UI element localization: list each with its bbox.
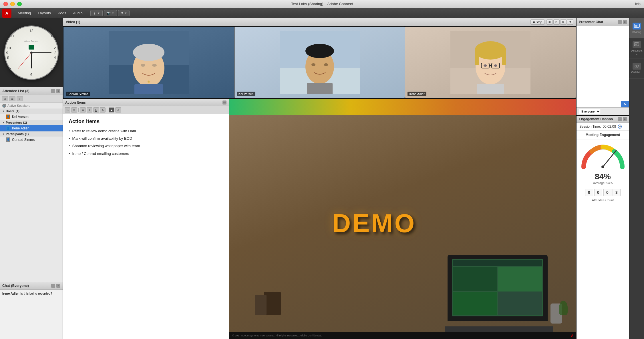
bullets-tool[interactable]: •≡ (115, 107, 121, 113)
attendee-minimize-icon[interactable]: — (51, 89, 55, 93)
stop-label: Stop (536, 20, 542, 24)
presenters-group-header[interactable]: ▼ Presenters (1) (0, 120, 63, 125)
slide-header-bar (229, 99, 576, 115)
clock-logo-icon (29, 45, 34, 50)
meeting-menu[interactable]: Meeting (15, 10, 34, 16)
pods-menu[interactable]: Pods (55, 10, 69, 16)
irene-adler-avatar: 👤 (6, 126, 10, 131)
layouts-menu[interactable]: Layouts (35, 10, 54, 16)
time-refresh-icon[interactable]: ↻ (618, 125, 622, 129)
list-tool[interactable]: ≡ (71, 107, 77, 113)
attendee-kel-varsen[interactable]: 👤 Kel Varsen (0, 114, 63, 120)
underline-tool[interactable]: U (93, 107, 99, 113)
svg-point-18 (475, 41, 506, 60)
clock-num-2: 2 (54, 46, 56, 50)
window-title: Test Labs (Sharing) – Adobe Connect (291, 2, 353, 6)
attendee-content: 🔊 Active Speakers ▼ Hosts (1) 👤 Kel Vars… (0, 103, 63, 282)
chat-recipient-select[interactable]: Everyone (579, 109, 601, 114)
action-item-1: • Peter to review demo criteria with Dan… (69, 129, 223, 134)
engagement-title: Engagement Dashbo... (579, 117, 616, 121)
presenter-chat-menu-icon[interactable]: ≡ (623, 20, 627, 24)
action-item-2-text: Mark will confirm availability by EOD (72, 136, 132, 141)
bullet-2: • (69, 136, 70, 141)
clock-num-4: 4 (54, 55, 56, 60)
action-items-pod-icons: — (222, 100, 226, 105)
active-speakers-label: Active Speakers (7, 104, 30, 107)
tab-discussion[interactable]: Discussio... (629, 38, 644, 58)
close-button[interactable] (3, 2, 8, 6)
svg-point-35 (637, 65, 639, 67)
engagement-header: Engagement Dashbo... — ≡ (577, 116, 629, 123)
participants-group-header[interactable]: ▼ Participants (1) (0, 131, 63, 137)
italic-tool[interactable]: I (87, 107, 92, 113)
clock-num-3: 3 (54, 51, 56, 55)
mic-button[interactable]: 🎙 ▼ (90, 10, 103, 16)
attendee-sort-icon[interactable]: ↕ (17, 96, 23, 101)
attendee-conrad-simms[interactable]: 👤 Conrad Simms (0, 137, 63, 143)
count-box-1: 0 (594, 189, 602, 196)
screen-cell-3 (453, 292, 497, 316)
share-button[interactable]: ⬆ ▼ (118, 10, 130, 16)
hosts-group-header[interactable]: ▼ Hosts (1) (0, 109, 63, 114)
svg-point-24 (484, 64, 487, 67)
presenter-chat-content (577, 26, 629, 101)
count-box-0: 0 (585, 189, 593, 196)
svg-rect-20 (502, 50, 506, 65)
conrad-simms-name: Conrad Simms (12, 138, 35, 142)
svg-point-11 (305, 44, 334, 58)
engagement-minimize-icon[interactable]: — (618, 117, 622, 121)
slide-body: DEMO (229, 115, 576, 332)
chat-menu-icon[interactable]: ≡ (56, 284, 60, 288)
sharing-content: DEMO © 2017 Adobe Systems Incorporated. … (229, 99, 576, 339)
attendee-menu-icon[interactable]: ≡ (56, 89, 60, 93)
font-bold-tool[interactable]: B (65, 107, 70, 113)
share-chevron: ▼ (125, 12, 127, 15)
attendee-list-icon[interactable]: ☰ (9, 96, 15, 101)
svg-rect-19 (475, 50, 479, 65)
action-items-minimize-icon[interactable]: — (222, 100, 226, 105)
cam-button[interactable]: 📷 ▼ (104, 10, 117, 16)
far-right-tabs: Sharing Discussio... Collabo... (629, 18, 644, 339)
presenter-chat-input[interactable] (577, 101, 621, 107)
action-items-content: Action Items • Peter to review demo crit… (63, 114, 229, 339)
stop-button[interactable]: ■ Stop (530, 19, 545, 25)
engagement-percent: 84% (577, 172, 629, 181)
action-items-heading: Action Items (69, 119, 223, 125)
action-items-pod: Action Items — B ≡ A I U A ■ •≡ (63, 99, 229, 339)
video-menu-icon[interactable]: ▼ (567, 19, 573, 25)
attendee-list-header: Attendee List (3) — ≡ (0, 87, 63, 95)
clock-num-5: 5 (50, 67, 52, 72)
tab-sharing[interactable]: Sharing (629, 18, 644, 38)
text-color-tool[interactable]: A (100, 107, 106, 113)
discussion-icon-svg (634, 42, 640, 47)
highlight-tool[interactable]: ■ (109, 107, 114, 113)
clock-num-11: 11 (10, 34, 14, 38)
screen-cell-4 (498, 292, 542, 316)
engagement-icons: — ≡ (618, 117, 627, 121)
video-cell-irene: Irene Adler (405, 27, 576, 98)
chat-send-button[interactable]: ➤ (621, 101, 629, 107)
maximize-button[interactable] (17, 2, 22, 6)
tab-collab[interactable]: Collabo... (629, 58, 644, 78)
svg-point-28 (601, 165, 604, 168)
video-grid-3-icon[interactable]: ⊠ (560, 19, 567, 25)
clock-face: 12 1 2 3 4 5 6 7 8 9 10 11 Adobe Connect (4, 25, 59, 80)
presenter-chat-minimize-icon[interactable]: — (618, 20, 622, 24)
help-button[interactable]: Help (633, 2, 641, 6)
font-size-tool[interactable]: A (80, 107, 86, 113)
book-2 (255, 295, 267, 315)
chat-panel: Chat (Everyone) — ≡ Irene Adler: Is this… (0, 282, 63, 339)
audio-menu[interactable]: Audio (70, 10, 85, 16)
clock-num-9: 9 (6, 51, 8, 55)
video-grid-2-icon[interactable]: ⊟ (553, 19, 560, 25)
clock-num-6: 6 (30, 72, 32, 77)
video-grid-1-icon[interactable]: ⊞ (546, 19, 553, 25)
minimize-button[interactable] (10, 2, 15, 6)
send-icon: ➤ (624, 102, 627, 106)
traffic-lights (3, 2, 22, 6)
engagement-menu-icon[interactable]: ≡ (623, 117, 627, 121)
chat-minimize-icon[interactable]: — (51, 284, 55, 288)
attendee-grid-icon[interactable]: ⊞ (2, 96, 8, 101)
attendee-irene-adler[interactable]: 👤 Irene Adler (0, 125, 63, 131)
presenters-label: Presenters (6, 121, 22, 124)
